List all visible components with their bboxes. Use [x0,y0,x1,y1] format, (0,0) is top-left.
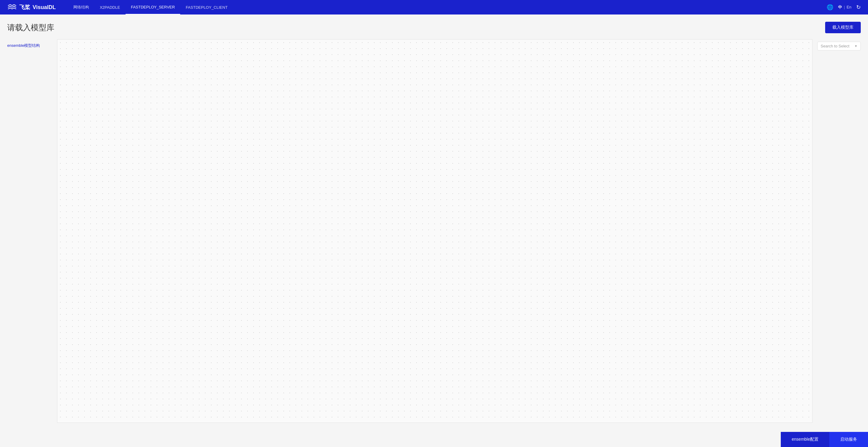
logo-icon [7,4,17,11]
right-panel: Search to Select ▼ [812,39,861,423]
globe-icon[interactable]: 🌐 [827,4,833,10]
language-switcher[interactable]: 中 | En [838,4,851,10]
chevron-down-icon: ▼ [855,44,858,48]
lang-zh[interactable]: 中 [838,5,842,9]
main-area: ensemble模型结构 Search to Select ▼ [7,39,861,447]
sidebar: ensemble模型结构 [7,39,57,423]
navbar: 飞桨 VisualDL 网络结构 X2PADDLE FASTDEPLOY_SER… [0,0,868,14]
lang-en[interactable]: En [846,5,851,9]
nav-item-network[interactable]: 网络结构 [68,0,94,14]
load-model-button[interactable]: 载入模型库 [825,22,861,33]
nav-item-fastdeploy-client[interactable]: FASTDEPLOY_CLIENT [180,0,233,14]
logo-app-name: VisualDL [33,4,56,10]
navbar-nav: 网络结构 X2PADDLE FASTDEPLOY_SERVER FASTDEPL… [68,0,827,14]
lang-separator: | [844,5,845,9]
page-wrapper: 请载入模型库 载入模型库 ensemble模型结构 Search to Sele… [0,14,868,447]
search-select-dropdown[interactable]: Search to Select ▼ [817,42,861,51]
start-service-button[interactable]: 启动服务 [829,432,868,447]
canvas-area [57,39,812,423]
logo[interactable]: 飞桨 VisualDL [7,4,56,11]
reload-icon[interactable]: ↻ [856,4,861,10]
sidebar-item-ensemble[interactable]: ensemble模型结构 [7,42,57,50]
logo-brand-text: 飞桨 [19,4,30,11]
navbar-right: 🌐 中 | En ↻ [827,4,861,10]
search-select-placeholder: Search to Select [820,44,849,48]
bottom-buttons: ensemble配置 启动服务 [781,432,868,447]
page-title: 请载入模型库 [7,22,54,33]
canvas-dotted-background [57,39,812,422]
nav-item-fastdeploy-server[interactable]: FASTDEPLOY_SERVER [126,0,181,14]
nav-item-x2paddle[interactable]: X2PADDLE [94,0,126,14]
ensemble-config-button[interactable]: ensemble配置 [781,432,829,447]
page-header: 请载入模型库 载入模型库 [7,22,861,33]
